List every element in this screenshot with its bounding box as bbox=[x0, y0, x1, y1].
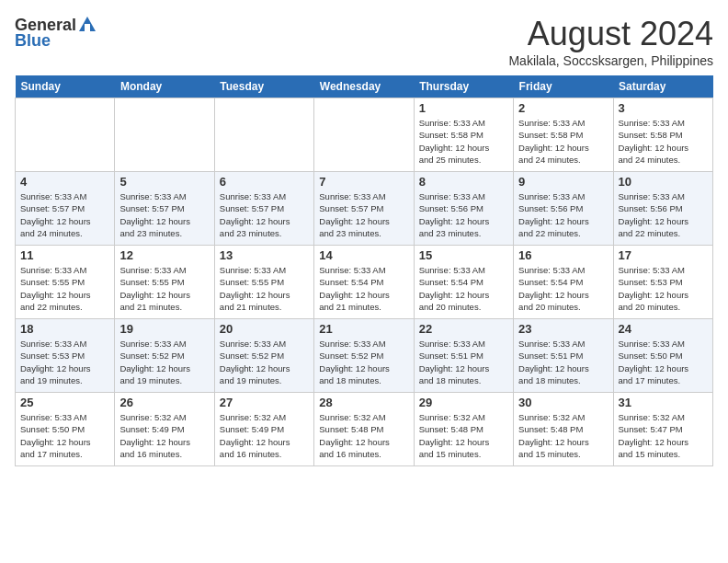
header-wednesday: Wednesday bbox=[314, 75, 414, 98]
day-number: 13 bbox=[220, 248, 309, 262]
day-number: 29 bbox=[419, 396, 508, 409]
header-saturday: Saturday bbox=[613, 75, 712, 98]
calendar-cell-0-3 bbox=[314, 98, 414, 172]
calendar-cell-1-3: 7Sunrise: 5:33 AM Sunset: 5:57 PM Daylig… bbox=[314, 172, 414, 246]
calendar-cell-2-6: 17Sunrise: 5:33 AM Sunset: 5:53 PM Dayli… bbox=[613, 246, 712, 319]
day-number: 28 bbox=[319, 396, 408, 409]
day-info: Sunrise: 5:32 AM Sunset: 5:49 PM Dayligh… bbox=[220, 411, 309, 460]
day-info: Sunrise: 5:33 AM Sunset: 5:58 PM Dayligh… bbox=[518, 117, 608, 166]
day-number: 27 bbox=[220, 396, 309, 409]
calendar-cell-1-4: 8Sunrise: 5:33 AM Sunset: 5:56 PM Daylig… bbox=[414, 172, 513, 246]
day-info: Sunrise: 5:33 AM Sunset: 5:50 PM Dayligh… bbox=[20, 411, 109, 460]
calendar-cell-4-1: 26Sunrise: 5:32 AM Sunset: 5:49 PM Dayli… bbox=[115, 393, 214, 466]
calendar-cell-1-0: 4Sunrise: 5:33 AM Sunset: 5:57 PM Daylig… bbox=[16, 172, 115, 246]
title-section: August 2024 Makilala, Soccsksargen, Phil… bbox=[508, 15, 713, 68]
day-number: 16 bbox=[518, 248, 608, 262]
day-info: Sunrise: 5:32 AM Sunset: 5:48 PM Dayligh… bbox=[319, 411, 408, 460]
day-info: Sunrise: 5:33 AM Sunset: 5:57 PM Dayligh… bbox=[119, 190, 209, 239]
svg-rect-1 bbox=[85, 24, 90, 31]
day-info: Sunrise: 5:32 AM Sunset: 5:49 PM Dayligh… bbox=[119, 411, 209, 460]
day-number: 12 bbox=[119, 248, 209, 262]
calendar-cell-0-4: 1Sunrise: 5:33 AM Sunset: 5:58 PM Daylig… bbox=[414, 98, 513, 172]
day-info: Sunrise: 5:32 AM Sunset: 5:48 PM Dayligh… bbox=[419, 411, 508, 460]
calendar-cell-4-2: 27Sunrise: 5:32 AM Sunset: 5:49 PM Dayli… bbox=[214, 393, 313, 466]
day-number: 10 bbox=[619, 175, 708, 189]
week-row-2: 4Sunrise: 5:33 AM Sunset: 5:57 PM Daylig… bbox=[16, 172, 713, 246]
calendar-table: Sunday Monday Tuesday Wednesday Thursday… bbox=[15, 75, 713, 466]
location: Makilala, Soccsksargen, Philippines bbox=[508, 53, 713, 68]
day-number: 18 bbox=[20, 322, 109, 336]
day-info: Sunrise: 5:33 AM Sunset: 5:55 PM Dayligh… bbox=[220, 264, 309, 313]
calendar-cell-1-6: 10Sunrise: 5:33 AM Sunset: 5:56 PM Dayli… bbox=[613, 172, 712, 246]
calendar-header-row: Sunday Monday Tuesday Wednesday Thursday… bbox=[16, 75, 713, 98]
month-year: August 2024 bbox=[508, 15, 713, 53]
header-monday: Monday bbox=[115, 75, 214, 98]
day-info: Sunrise: 5:32 AM Sunset: 5:47 PM Dayligh… bbox=[619, 411, 708, 460]
day-number: 24 bbox=[619, 322, 708, 336]
calendar-cell-3-6: 24Sunrise: 5:33 AM Sunset: 5:50 PM Dayli… bbox=[613, 319, 712, 393]
header-friday: Friday bbox=[514, 75, 613, 98]
day-number: 23 bbox=[518, 322, 608, 336]
day-info: Sunrise: 5:33 AM Sunset: 5:54 PM Dayligh… bbox=[518, 264, 608, 313]
day-number: 21 bbox=[319, 322, 408, 336]
calendar-cell-3-1: 19Sunrise: 5:33 AM Sunset: 5:52 PM Dayli… bbox=[115, 319, 214, 393]
day-info: Sunrise: 5:33 AM Sunset: 5:56 PM Dayligh… bbox=[619, 190, 708, 239]
day-info: Sunrise: 5:33 AM Sunset: 5:56 PM Dayligh… bbox=[419, 190, 508, 239]
day-number: 31 bbox=[619, 396, 708, 409]
day-info: Sunrise: 5:33 AM Sunset: 5:57 PM Dayligh… bbox=[20, 190, 109, 239]
day-info: Sunrise: 5:33 AM Sunset: 5:54 PM Dayligh… bbox=[319, 264, 408, 313]
calendar-cell-4-6: 31Sunrise: 5:32 AM Sunset: 5:47 PM Dayli… bbox=[613, 393, 712, 466]
day-number: 19 bbox=[119, 322, 209, 336]
header-sunday: Sunday bbox=[16, 75, 115, 98]
day-info: Sunrise: 5:33 AM Sunset: 5:54 PM Dayligh… bbox=[419, 264, 508, 313]
day-info: Sunrise: 5:33 AM Sunset: 5:57 PM Dayligh… bbox=[220, 190, 309, 239]
day-number: 8 bbox=[419, 175, 508, 189]
calendar-cell-2-3: 14Sunrise: 5:33 AM Sunset: 5:54 PM Dayli… bbox=[314, 246, 414, 319]
calendar-cell-0-6: 3Sunrise: 5:33 AM Sunset: 5:58 PM Daylig… bbox=[613, 98, 712, 172]
day-info: Sunrise: 5:33 AM Sunset: 5:57 PM Dayligh… bbox=[319, 190, 408, 239]
day-number: 2 bbox=[518, 101, 608, 115]
day-info: Sunrise: 5:33 AM Sunset: 5:52 PM Dayligh… bbox=[119, 338, 209, 386]
calendar-cell-3-0: 18Sunrise: 5:33 AM Sunset: 5:53 PM Dayli… bbox=[16, 319, 115, 393]
day-number: 17 bbox=[619, 248, 708, 262]
calendar-cell-4-0: 25Sunrise: 5:33 AM Sunset: 5:50 PM Dayli… bbox=[16, 393, 115, 466]
week-row-5: 25Sunrise: 5:33 AM Sunset: 5:50 PM Dayli… bbox=[16, 393, 713, 466]
day-number: 6 bbox=[220, 175, 309, 189]
calendar-cell-2-1: 12Sunrise: 5:33 AM Sunset: 5:55 PM Dayli… bbox=[115, 246, 214, 319]
day-number: 25 bbox=[20, 396, 109, 409]
calendar-cell-2-2: 13Sunrise: 5:33 AM Sunset: 5:55 PM Dayli… bbox=[214, 246, 313, 319]
calendar-cell-2-0: 11Sunrise: 5:33 AM Sunset: 5:55 PM Dayli… bbox=[16, 246, 115, 319]
day-number: 3 bbox=[619, 101, 708, 115]
day-info: Sunrise: 5:33 AM Sunset: 5:50 PM Dayligh… bbox=[619, 338, 708, 386]
logo: General Blue bbox=[15, 15, 98, 51]
week-row-3: 11Sunrise: 5:33 AM Sunset: 5:55 PM Dayli… bbox=[16, 246, 713, 319]
day-info: Sunrise: 5:33 AM Sunset: 5:53 PM Dayligh… bbox=[619, 264, 708, 313]
day-number: 22 bbox=[419, 322, 508, 336]
day-info: Sunrise: 5:33 AM Sunset: 5:56 PM Dayligh… bbox=[518, 190, 608, 239]
day-info: Sunrise: 5:33 AM Sunset: 5:55 PM Dayligh… bbox=[20, 264, 109, 313]
calendar-cell-3-3: 21Sunrise: 5:33 AM Sunset: 5:52 PM Dayli… bbox=[314, 319, 414, 393]
header-tuesday: Tuesday bbox=[214, 75, 313, 98]
day-info: Sunrise: 5:33 AM Sunset: 5:53 PM Dayligh… bbox=[20, 338, 109, 386]
calendar-cell-0-1 bbox=[115, 98, 214, 172]
day-number: 30 bbox=[518, 396, 608, 409]
day-number: 4 bbox=[20, 175, 109, 189]
calendar-cell-4-4: 29Sunrise: 5:32 AM Sunset: 5:48 PM Dayli… bbox=[414, 393, 513, 466]
calendar-cell-0-5: 2Sunrise: 5:33 AM Sunset: 5:58 PM Daylig… bbox=[514, 98, 613, 172]
day-info: Sunrise: 5:33 AM Sunset: 5:58 PM Dayligh… bbox=[619, 117, 708, 166]
day-number: 1 bbox=[419, 101, 508, 115]
calendar-cell-3-5: 23Sunrise: 5:33 AM Sunset: 5:51 PM Dayli… bbox=[514, 319, 613, 393]
calendar-cell-1-5: 9Sunrise: 5:33 AM Sunset: 5:56 PM Daylig… bbox=[514, 172, 613, 246]
calendar-cell-3-4: 22Sunrise: 5:33 AM Sunset: 5:51 PM Dayli… bbox=[414, 319, 513, 393]
day-info: Sunrise: 5:32 AM Sunset: 5:48 PM Dayligh… bbox=[518, 411, 608, 460]
day-info: Sunrise: 5:33 AM Sunset: 5:52 PM Dayligh… bbox=[319, 338, 408, 386]
day-number: 9 bbox=[518, 175, 608, 189]
day-number: 11 bbox=[20, 248, 109, 262]
calendar-cell-3-2: 20Sunrise: 5:33 AM Sunset: 5:52 PM Dayli… bbox=[214, 319, 313, 393]
calendar-cell-0-0 bbox=[16, 98, 115, 172]
day-info: Sunrise: 5:33 AM Sunset: 5:51 PM Dayligh… bbox=[518, 338, 608, 386]
calendar-cell-2-4: 15Sunrise: 5:33 AM Sunset: 5:54 PM Dayli… bbox=[414, 246, 513, 319]
day-info: Sunrise: 5:33 AM Sunset: 5:52 PM Dayligh… bbox=[220, 338, 309, 386]
day-number: 26 bbox=[119, 396, 209, 409]
day-number: 7 bbox=[319, 175, 408, 189]
